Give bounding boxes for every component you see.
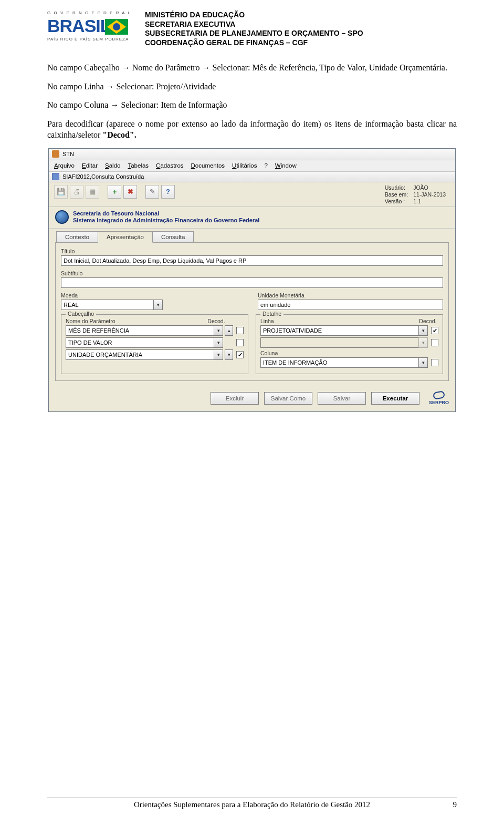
help-icon[interactable]: ? — [161, 185, 175, 199]
session-info: Usuário: JOÃO Base em: 11-JAN-2013 Versã… — [385, 182, 455, 207]
tab-panel-apresentacao: Título Subtítulo Moeda ▾ Unidade Monetár… — [55, 242, 449, 381]
globe-icon — [55, 210, 69, 224]
menu-editar[interactable]: Editar — [82, 162, 98, 169]
dropdown-icon: ▾ — [418, 337, 428, 348]
linha-select[interactable] — [260, 325, 418, 336]
print-icon[interactable]: 🖨 — [70, 185, 83, 199]
salvar-button[interactable]: Salvar — [318, 392, 366, 405]
dropdown-icon[interactable]: ▾ — [418, 357, 428, 368]
subtitulo-input[interactable] — [61, 277, 443, 288]
param2-select[interactable] — [66, 337, 214, 348]
app-window-stn: STN Arquivo Editar Saldo Tabelas Cadastr… — [48, 148, 456, 412]
decod-check-coluna[interactable] — [431, 359, 438, 366]
menu-cadastros[interactable]: Cadastros — [156, 162, 183, 169]
titulo-input[interactable] — [61, 255, 443, 266]
scroll-up-icon[interactable]: ▴ — [225, 325, 233, 336]
subwindow-icon — [52, 173, 59, 180]
save-icon[interactable]: 💾 — [54, 185, 68, 199]
subwindow-title: SIAFI2012,Consulta Construída — [62, 173, 144, 180]
decod-label: Decod. — [417, 318, 438, 324]
base-label: Base em: — [385, 191, 408, 198]
linha2-select — [260, 337, 418, 348]
delete-icon[interactable]: ✖ — [123, 185, 137, 199]
logo-tagline: PAÍS RICO É PAÍS SEM POBREZA — [47, 37, 129, 42]
brazil-flag-icon — [105, 19, 128, 35]
banner-line2: Sistema Integrado de Administração Finan… — [73, 217, 259, 224]
dropdown-icon[interactable]: ▾ — [418, 325, 428, 336]
edit-icon[interactable]: ✎ — [145, 185, 159, 199]
logo-top-text: G O V E R N O F E D E R A L — [47, 11, 131, 15]
detalhe-legend: Detalhe — [260, 311, 284, 317]
fieldset-detalhe: Detalhe Linha Decod. ▾ ✔ ▾ Coluna — [256, 314, 443, 374]
decod-check-linha[interactable]: ✔ — [431, 327, 438, 334]
dropdown-icon[interactable]: ▾ — [214, 349, 223, 360]
excluir-button[interactable]: Excluir — [211, 392, 259, 405]
add-icon[interactable]: ＋ — [108, 185, 121, 199]
scroll-down-icon[interactable]: ▾ — [225, 349, 233, 360]
menubar: Arquivo Editar Saldo Tabelas Cadastros D… — [49, 160, 455, 172]
serpro-logo: SERPRO — [429, 391, 449, 405]
window-title: STN — [62, 151, 74, 157]
coluna-select[interactable] — [260, 357, 418, 368]
dropdown-icon[interactable]: ▾ — [153, 300, 163, 310]
linha-label: Linha — [260, 318, 274, 324]
coluna-label: Coluna — [260, 350, 438, 356]
serpro-text: SERPRO — [429, 400, 449, 405]
version-label: Versão : — [385, 198, 408, 204]
brasil-logo: G O V E R N O F E D E R A L BRASIL PAÍS … — [47, 9, 136, 46]
subwindow-titlebar: SIAFI2012,Consulta Construída — [49, 172, 455, 182]
moeda-label: Moeda — [61, 292, 246, 298]
serpro-icon — [433, 391, 445, 400]
logo-word: BRASIL — [47, 16, 111, 36]
dropdown-icon[interactable]: ▾ — [214, 337, 223, 348]
decod-check-3[interactable]: ✔ — [236, 351, 244, 358]
menu-documentos[interactable]: Documentos — [191, 162, 225, 169]
java-icon — [52, 150, 59, 158]
ministry-line: SUBSECRETARIA DE PLANEJAMENTO E ORÇAMENT… — [145, 29, 363, 38]
menu-tabelas[interactable]: Tabelas — [128, 162, 149, 169]
footer-text: Orientações Suplementares para a Elabora… — [134, 800, 370, 809]
system-banner: Secretaria do Tesouro Nacional Sistema I… — [49, 207, 455, 229]
ministry-line: SECRETARIA EXECUTIVA — [145, 20, 363, 29]
tab-apresentacao[interactable]: Apresentação — [98, 231, 153, 243]
param1-select[interactable] — [66, 325, 214, 336]
ministry-block: MINISTÉRIO DA EDUCAÇÃO SECRETARIA EXECUT… — [145, 9, 363, 47]
base-value: 11-JAN-2013 — [413, 191, 446, 198]
menu-saldo[interactable]: Saldo — [105, 162, 120, 169]
moeda-select[interactable] — [61, 300, 153, 310]
paragraph-bold: "Decod". — [102, 130, 136, 139]
executar-button[interactable]: Executar — [371, 392, 419, 405]
paragraph: No campo Coluna → Selecionar: Item de In… — [47, 99, 457, 111]
subtitulo-label: Subtítulo — [61, 270, 443, 276]
toolbar: 💾 🖨 ▦ ＋ ✖ ✎ ? Usuário: JOÃO Base em: 11-… — [49, 182, 455, 207]
menu-window[interactable]: Window — [275, 162, 297, 169]
window-titlebar: STN — [49, 149, 455, 160]
tab-consulta[interactable]: Consulta — [152, 231, 194, 242]
button-row: Excluir Salvar Como Salvar Executar SERP… — [49, 386, 455, 411]
tabs: Contexto Apresentação Consulta — [49, 229, 455, 242]
salvar-como-button[interactable]: Salvar Como — [264, 392, 312, 405]
decod-label: Decod. — [206, 318, 227, 324]
sheet-icon[interactable]: ▦ — [86, 185, 99, 199]
decod-check-1[interactable] — [236, 327, 244, 334]
version-value: 1.1 — [413, 198, 446, 204]
fieldset-cabecalho: Cabeçalho Nome do Parâmetro Decod. ▾ ▴ ▾ — [61, 314, 248, 374]
cabecalho-legend: Cabeçalho — [66, 311, 96, 317]
paragraph: Para decodificar (aparece o nome por ext… — [47, 118, 457, 141]
decod-check-2[interactable] — [236, 339, 244, 346]
menu-utilitarios[interactable]: Utilitários — [232, 162, 257, 169]
document-header: G O V E R N O F E D E R A L BRASIL PAÍS … — [47, 9, 457, 47]
menu-arquivo[interactable]: Arquivo — [54, 162, 75, 169]
tab-contexto[interactable]: Contexto — [56, 231, 98, 242]
nome-par-label: Nome do Parâmetro — [66, 318, 116, 324]
page-footer: Orientações Suplementares para a Elabora… — [47, 798, 457, 809]
ministry-line: COORDENAÇÃO GERAL DE FINANÇAS – CGF — [145, 38, 363, 48]
titulo-label: Título — [61, 248, 443, 254]
param3-select[interactable] — [66, 349, 214, 360]
unid-mon-input[interactable] — [258, 300, 443, 310]
dropdown-icon[interactable]: ▾ — [214, 325, 223, 336]
decod-check-linha2[interactable] — [431, 339, 438, 346]
unid-mon-label: Unidade Monetária — [258, 292, 443, 298]
menu-help[interactable]: ? — [264, 162, 267, 169]
user-value: JOÃO — [413, 184, 446, 191]
